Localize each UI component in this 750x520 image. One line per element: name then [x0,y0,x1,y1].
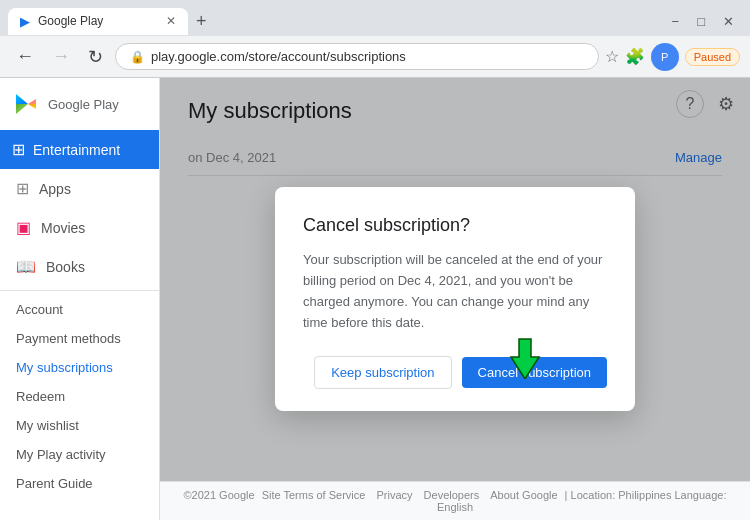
forward-button[interactable]: → [46,42,76,71]
nav-bar: ← → ↻ 🔒 play.google.com/store/account/su… [0,36,750,78]
address-bar[interactable]: 🔒 play.google.com/store/account/subscrip… [115,43,599,70]
books-icon: 📖 [16,257,36,276]
movies-icon: ▣ [16,218,31,237]
modal-body: Your subscription will be canceled at th… [303,250,607,333]
sidebar-item-wishlist[interactable]: My wishlist [0,411,159,440]
tab-favicon: ▶ [20,14,30,29]
paused-badge: Paused [685,48,740,66]
footer-terms-link[interactable]: Site Terms of Service [262,489,366,501]
svg-marker-1 [16,104,28,114]
sidebar-item-apps[interactable]: ⊞ Apps [0,169,159,208]
footer-privacy-link[interactable]: Privacy [376,489,412,501]
main-area: Google Play ⊞ Entertainment ⊞ Apps ▣ Mov… [0,78,750,520]
books-label: Books [46,259,85,275]
sidebar-divider [0,290,159,291]
footer-about-link[interactable]: About Google [490,489,557,501]
footer-copyright: ©2021 Google [183,489,254,501]
sidebar-item-books[interactable]: 📖 Books [0,247,159,286]
url-text: play.google.com/store/account/subscripti… [151,49,584,64]
minimize-button[interactable]: − [664,12,688,31]
svg-marker-2 [28,99,36,104]
sidebar: Google Play ⊞ Entertainment ⊞ Apps ▣ Mov… [0,78,160,520]
bookmark-button[interactable]: ☆ [605,47,619,66]
sidebar-section-header[interactable]: ⊞ Entertainment [0,130,159,169]
sidebar-item-subscriptions[interactable]: My subscriptions [0,353,159,382]
active-tab[interactable]: ▶ Google Play ✕ [8,8,188,35]
tab-title: Google Play [38,14,158,28]
modal-actions: Keep subscription Cancel subscription [303,356,607,389]
sidebar-logo[interactable]: Google Play [0,78,159,130]
section-label: Entertainment [33,142,120,158]
window-controls: − □ ✕ [664,12,742,31]
svg-marker-3 [28,104,36,109]
tab-bar: ▶ Google Play ✕ + − □ ✕ [0,0,750,36]
new-tab-button[interactable]: + [188,11,215,32]
keep-subscription-button[interactable]: Keep subscription [314,356,451,389]
play-logo-icon [12,90,40,118]
sidebar-item-redeem[interactable]: Redeem [0,382,159,411]
tab-close-icon[interactable]: ✕ [166,14,176,28]
browser-chrome: ▶ Google Play ✕ + − □ ✕ ← → ↻ 🔒 play.goo… [0,0,750,78]
close-window-button[interactable]: ✕ [715,12,742,31]
section-grid-icon: ⊞ [12,140,25,159]
back-button[interactable]: ← [10,42,40,71]
sidebar-item-account[interactable]: Account [0,295,159,324]
content-area: ? ⚙ My subscriptions on Dec 4, 2021 Mana… [160,78,750,520]
footer-developers-link[interactable]: Developers [424,489,480,501]
page-footer: ©2021 Google Site Terms of Service Priva… [160,481,750,520]
lock-icon: 🔒 [130,50,145,64]
modal-overlay: Cancel subscription? Your subscription w… [160,78,750,520]
modal-title: Cancel subscription? [303,215,607,236]
cancel-subscription-modal: Cancel subscription? Your subscription w… [275,187,635,410]
footer-location: Location: Philippines Language: English [437,489,727,513]
sidebar-item-activity[interactable]: My Play activity [0,440,159,469]
sidebar-logo-text: Google Play [48,97,119,112]
profile-avatar[interactable]: P [651,43,679,71]
svg-marker-0 [16,94,28,104]
apps-icon: ⊞ [16,179,29,198]
maximize-button[interactable]: □ [689,12,713,31]
extensions-button[interactable]: 🧩 [625,47,645,66]
sidebar-item-movies[interactable]: ▣ Movies [0,208,159,247]
apps-label: Apps [39,181,71,197]
svg-marker-5 [511,339,539,379]
arrow-annotation [505,329,545,383]
sidebar-item-parent[interactable]: Parent Guide [0,469,159,498]
sidebar-item-payment[interactable]: Payment methods [0,324,159,353]
movies-label: Movies [41,220,85,236]
reload-button[interactable]: ↻ [82,42,109,72]
